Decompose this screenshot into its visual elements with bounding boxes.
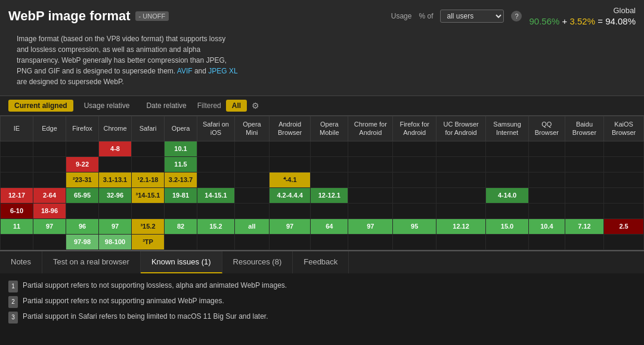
table-cell (393, 156, 436, 172)
equals-sign: = (597, 16, 605, 26)
table-cell: 6-10 (1, 203, 33, 218)
table-cell (604, 187, 644, 203)
browser-header-kaios: KaiOS Browser (604, 116, 644, 141)
table-cell: 11.5 (165, 156, 197, 172)
notes-section: 1Partial support refers to not supportin… (0, 273, 644, 332)
table-cell (528, 234, 565, 249)
user-type-selector[interactable]: all users tracked users (440, 10, 504, 23)
help-button[interactable]: ? (511, 11, 522, 21)
note-item: 3Partial support in Safari refers to bei… (8, 310, 636, 324)
tab-notes[interactable]: Notes (0, 251, 42, 273)
table-cell: ³TP (132, 234, 165, 249)
table-cell (393, 203, 436, 218)
table-cell: 3.2-13.7 (165, 172, 197, 187)
plus-sign: + (562, 16, 570, 26)
browser-header-edge: Edge (33, 116, 66, 141)
table-cell (132, 203, 165, 218)
note-number: 2 (8, 296, 18, 308)
usage-relative-button[interactable]: Usage relative (78, 100, 136, 112)
table-cell (604, 203, 644, 218)
table-cell (348, 156, 393, 172)
table-cell (66, 141, 99, 156)
all-button[interactable]: All (226, 100, 247, 112)
jpeg-xl-link[interactable]: JPEG XL (208, 67, 237, 75)
table-cell (436, 187, 486, 203)
table-cell (436, 141, 486, 156)
table-cell (197, 203, 235, 218)
avif-link[interactable]: AVIF (177, 67, 193, 75)
table-cell: 12-12.1 (311, 187, 348, 203)
table-cell (565, 234, 603, 249)
usage-label: Usage (391, 12, 412, 20)
table-cell: 15.2 (197, 218, 235, 234)
table-cell (197, 141, 235, 156)
table-cell (348, 172, 393, 187)
tab-known-issues[interactable]: Known issues (1) (141, 251, 222, 273)
table-cell (486, 141, 529, 156)
page-title: WebP image format (8, 8, 131, 24)
browser-header-uc-android: UC Browser for Android (436, 116, 486, 141)
table-cell: 97 (269, 218, 310, 234)
table-cell (528, 156, 565, 172)
browser-header-qq: QQ Browser (528, 116, 565, 141)
table-cell (33, 172, 66, 187)
browser-header-firefox-android: Firefox for Android (393, 116, 436, 141)
tab-test[interactable]: Test on a real browser (42, 251, 141, 273)
settings-icon[interactable]: ⚙ (252, 101, 259, 110)
table-cell (528, 187, 565, 203)
table-cell (1, 141, 33, 156)
browser-header-samsung: Samsung Internet (486, 116, 529, 141)
table-cell: ⁴-4.1 (269, 172, 310, 187)
table-cell (234, 203, 269, 218)
note-text: Partial support refers to not supporting… (23, 279, 287, 292)
table-cell: 95 (393, 218, 436, 234)
table-cell: 12.12 (436, 218, 486, 234)
table-cell (486, 156, 529, 172)
unoff-badge: - UNOFF (135, 11, 169, 21)
table-cell (486, 234, 529, 249)
table-cell: 97 (33, 218, 66, 234)
note-text: Partial support in Safari refers to bein… (23, 310, 268, 324)
table-cell (234, 187, 269, 203)
table-cell: 96 (66, 218, 99, 234)
table-cell (234, 156, 269, 172)
table-cell (197, 156, 235, 172)
table-cell: 19-81 (165, 187, 197, 203)
table-cell (565, 141, 603, 156)
table-cell (311, 172, 348, 187)
table-cell: 97 (348, 218, 393, 234)
note-item: 2Partial support refers to not supportin… (8, 295, 636, 308)
table-cell: all (234, 218, 269, 234)
table-cell (604, 234, 644, 249)
table-cell (393, 234, 436, 249)
table-cell: 2-64 (33, 187, 66, 203)
table-cell: 97 (99, 218, 132, 234)
compat-table-wrapper: IE Edge Firefox Chrome Safari Opera Safa… (0, 116, 644, 250)
table-cell (33, 141, 66, 156)
table-cell: 82 (165, 218, 197, 234)
table-cell (132, 141, 165, 156)
table-cell (436, 234, 486, 249)
table-cell (393, 141, 436, 156)
table-cell: 4-8 (99, 141, 132, 156)
tab-feedback[interactable]: Feedback (293, 251, 349, 273)
note-text: Partial support refers to not supporting… (23, 295, 224, 308)
table-cell (1, 234, 33, 249)
date-relative-button[interactable]: Date relative (140, 100, 192, 112)
browser-header-safari: Safari (132, 116, 165, 141)
table-cell (348, 141, 393, 156)
current-aligned-button[interactable]: Current aligned (8, 100, 73, 112)
table-cell (99, 156, 132, 172)
table-cell (234, 234, 269, 249)
table-cell (269, 141, 310, 156)
top-bar: WebP image format - UNOFF Usage % of all… (0, 0, 644, 116)
table-cell (311, 156, 348, 172)
table-cell: ³15.2 (132, 218, 165, 234)
table-cell (311, 141, 348, 156)
table-cell (269, 203, 310, 218)
tab-resources[interactable]: Resources (8) (222, 251, 293, 273)
percent-green: 90.56% (529, 16, 559, 26)
table-cell (33, 234, 66, 249)
table-cell (528, 172, 565, 187)
total-percent: 94.08% (605, 16, 636, 26)
